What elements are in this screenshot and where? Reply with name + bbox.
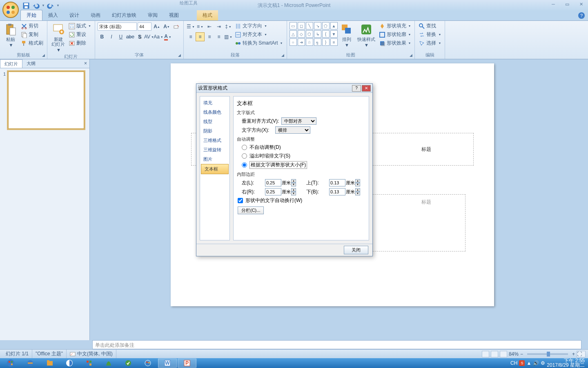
format-painter-button[interactable]: 格式刷 xyxy=(20,39,45,47)
fit-window-icon[interactable]: ⛶ xyxy=(577,351,586,357)
text-dir-select[interactable]: 横排 xyxy=(275,126,310,134)
clipboard-launcher[interactable]: ◢ xyxy=(40,52,46,58)
dialog-help-button[interactable]: ? xyxy=(352,85,361,92)
char-spacing-icon[interactable]: AV▼ xyxy=(145,32,154,41)
numbering-icon[interactable]: ≡▼ xyxy=(196,22,205,31)
strike-icon[interactable]: abe xyxy=(126,32,135,41)
tab-home[interactable]: 开始 xyxy=(20,10,42,20)
smartart-button[interactable]: 转换为 SmartArt▼ xyxy=(234,39,284,47)
help-icon[interactable]: ? xyxy=(578,12,585,19)
wrap-checkbox[interactable] xyxy=(238,198,243,203)
italic-icon[interactable]: I xyxy=(107,32,116,41)
dialog-close-button[interactable]: ✕ xyxy=(362,85,371,92)
clear-format-icon[interactable] xyxy=(172,22,181,31)
margin-top-spinner[interactable]: 厘米▲▼ xyxy=(329,179,365,186)
delete-slide-button[interactable]: 删除 xyxy=(67,39,92,47)
cut-button[interactable]: 剪切 xyxy=(20,22,45,30)
margin-left-spinner[interactable]: 厘米▲▼ xyxy=(265,179,301,186)
notes-pane[interactable]: 单击此处添加备注 xyxy=(92,340,581,349)
zoom-in-icon[interactable]: + xyxy=(572,351,575,357)
redo-icon[interactable] xyxy=(47,2,55,10)
radio-resize-shape[interactable] xyxy=(242,162,247,168)
align-text-button[interactable]: 对齐文本▼ xyxy=(234,31,284,38)
nav-shadow[interactable]: 阴影 xyxy=(200,126,229,136)
thumb-pane-close[interactable]: × xyxy=(82,59,89,68)
align-center-icon[interactable]: ≡ xyxy=(196,32,205,41)
font-launcher[interactable]: ◢ xyxy=(177,52,183,58)
paragraph-launcher[interactable]: ◢ xyxy=(280,52,286,58)
copy-button[interactable]: 复制 xyxy=(20,31,45,38)
layout-button[interactable]: 版式▼ xyxy=(67,22,92,30)
undo-icon[interactable] xyxy=(32,2,40,10)
status-language[interactable]: 中文(简体, 中国) xyxy=(67,350,116,358)
thumbnail-slide-1[interactable]: 1 xyxy=(3,72,86,129)
nav-3d-rotation[interactable]: 三维旋转 xyxy=(200,145,229,155)
tray-ime[interactable]: CH xyxy=(510,360,517,366)
tab-view[interactable]: 视图 xyxy=(163,10,185,20)
shape-gallery[interactable]: ▭◻╲↘⬠▲ △◇⬡↳{▼ ○➜☆╗}≡ xyxy=(290,22,338,46)
replace-button[interactable]: 替换▼ xyxy=(417,31,442,38)
zoom-percent[interactable]: 84% xyxy=(509,351,519,357)
task-app-5[interactable] xyxy=(138,359,157,368)
tray-volume-icon[interactable]: 🔊 xyxy=(533,360,539,366)
tab-slideshow[interactable]: 幻灯片放映 xyxy=(106,10,142,20)
new-slide-button[interactable]: 新建 幻灯片▼ xyxy=(50,22,67,53)
font-color-icon[interactable]: A▼ xyxy=(163,32,172,41)
margin-bottom-spinner[interactable]: 厘米▲▼ xyxy=(329,188,365,195)
thumb-tab-outline[interactable]: 大纲 xyxy=(22,59,40,68)
task-word[interactable]: W xyxy=(158,359,177,368)
task-app-2[interactable] xyxy=(80,359,98,368)
align-left-icon[interactable]: ≡ xyxy=(186,32,195,41)
zoom-out-icon[interactable]: − xyxy=(520,351,523,357)
select-button[interactable]: 选择▼ xyxy=(417,39,442,47)
view-slideshow-icon[interactable] xyxy=(500,351,507,357)
view-normal-icon[interactable] xyxy=(482,351,489,357)
tab-review[interactable]: 审阅 xyxy=(142,10,163,20)
nav-line-color[interactable]: 线条颜色 xyxy=(200,108,229,117)
paste-button[interactable]: 粘贴▼ xyxy=(2,22,19,48)
change-case-icon[interactable]: Aa▼ xyxy=(154,32,163,41)
font-name-combo[interactable]: 宋体 (标题) xyxy=(98,22,137,31)
thumb-tab-slides[interactable]: 幻灯片 xyxy=(0,59,22,68)
task-explorer[interactable] xyxy=(40,359,59,368)
text-direction-button[interactable]: 文字方向▼ xyxy=(234,22,284,30)
drawing-launcher[interactable]: ◢ xyxy=(408,52,414,58)
office-button[interactable] xyxy=(2,2,19,18)
inc-indent-icon[interactable]: ⇥ xyxy=(214,22,223,31)
nav-line-style[interactable]: 线型 xyxy=(200,117,229,126)
shape-outline-button[interactable]: 形状轮廓▼ xyxy=(378,31,412,38)
shrink-font-icon[interactable]: A▼ xyxy=(162,22,171,31)
view-sorter-icon[interactable] xyxy=(491,351,498,357)
nav-textbox[interactable]: 文本框 xyxy=(201,164,229,174)
columns-icon[interactable]: ▥▼ xyxy=(224,32,233,41)
tray-icon-3[interactable]: ⚙ xyxy=(541,360,545,366)
tab-design[interactable]: 设计 xyxy=(64,10,85,20)
minimize-button[interactable]: ─ xyxy=(548,1,559,7)
nav-fill[interactable]: 填充 xyxy=(200,98,229,108)
dec-indent-icon[interactable]: ⇤ xyxy=(205,22,214,31)
task-app-4[interactable] xyxy=(119,359,138,368)
tray-clock[interactable]: 下午 2:55 2017/8/29 星期二 xyxy=(547,359,585,368)
margin-right-spinner[interactable]: 厘米▲▼ xyxy=(265,188,301,195)
nav-3d-format[interactable]: 三维格式 xyxy=(200,136,229,145)
radio-shrink[interactable] xyxy=(242,153,247,159)
system-tray[interactable]: CH S ▲ 🔊 ⚙ 下午 2:55 2017/8/29 星期二 xyxy=(510,359,587,368)
tab-animation[interactable]: 动画 xyxy=(85,10,106,20)
task-app-1[interactable] xyxy=(60,359,79,368)
grow-font-icon[interactable]: A▲ xyxy=(152,22,161,31)
tray-icon-1[interactable]: S xyxy=(519,360,525,366)
justify-icon[interactable]: ≡ xyxy=(214,32,223,41)
task-powerpoint[interactable]: P xyxy=(178,359,196,368)
zoom-slider[interactable] xyxy=(527,353,568,355)
shadow-icon[interactable]: S xyxy=(135,32,144,41)
arrange-button[interactable]: 排列▼ xyxy=(339,22,355,48)
align-right-icon[interactable]: ≡ xyxy=(205,32,214,41)
dialog-titlebar[interactable]: 设置形状格式 ? ✕ xyxy=(196,84,372,93)
tab-insert[interactable]: 插入 xyxy=(42,10,64,20)
task-app-3[interactable] xyxy=(99,359,118,368)
underline-icon[interactable]: U xyxy=(116,32,125,41)
find-button[interactable]: 查找 xyxy=(417,22,442,30)
dialog-close-footer-button[interactable]: 关闭 xyxy=(344,246,368,254)
start-button[interactable] xyxy=(1,359,20,368)
bold-icon[interactable]: B xyxy=(98,32,107,41)
